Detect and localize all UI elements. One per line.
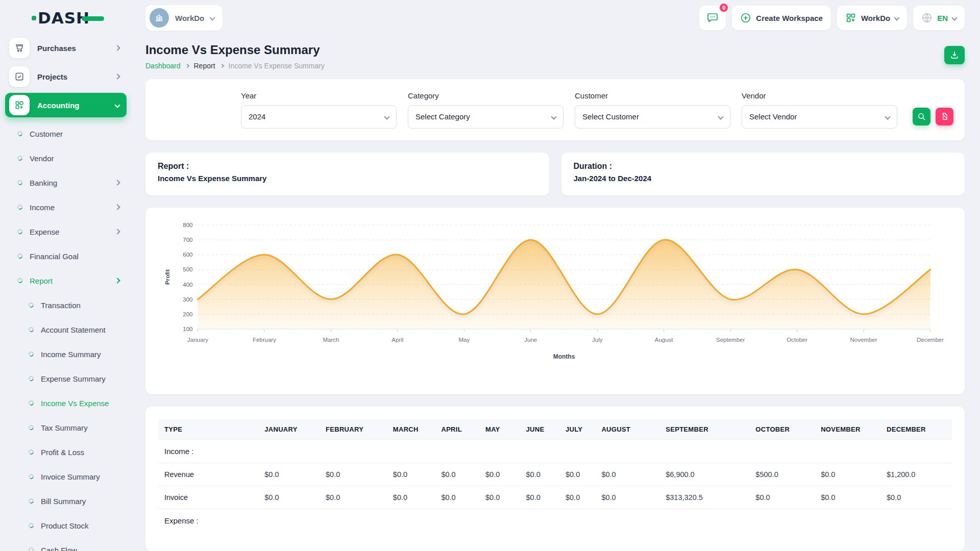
income-vs-expense-table: TYPEJANUARYFEBRUARYMARCHAPRILMAYJUNEJULY… bbox=[158, 419, 952, 532]
chart-svg: 100200300400500600700800JanuaryFebruaryM… bbox=[158, 216, 952, 375]
cell-value: $6,900.0 bbox=[659, 463, 749, 486]
cell-value: $313,320.5 bbox=[659, 486, 749, 509]
bullet-icon bbox=[16, 253, 23, 259]
chat-icon bbox=[706, 12, 719, 24]
bullet-icon bbox=[16, 228, 23, 235]
svg-text:200: 200 bbox=[183, 311, 192, 317]
duration-info-card: Duration : Jan-2024 to Dec-2024 bbox=[561, 153, 965, 195]
sidebar-item-projects[interactable]: Projects bbox=[5, 64, 127, 89]
language-selector[interactable]: EN bbox=[913, 6, 965, 30]
bullet-icon bbox=[28, 522, 34, 529]
workspace-switcher[interactable]: WorkDo bbox=[145, 5, 223, 31]
bullet-icon bbox=[28, 424, 34, 431]
download-report-button[interactable] bbox=[944, 46, 965, 64]
chevron-right-icon bbox=[185, 64, 189, 68]
sidebar-item-income-vs-expense[interactable]: Income Vs Expense bbox=[5, 391, 127, 415]
chevron-right-icon bbox=[114, 180, 120, 185]
customer-select[interactable]: Select Customer bbox=[575, 105, 730, 129]
year-select[interactable]: 2024 bbox=[241, 105, 397, 129]
sidebar-item-expense-summary[interactable]: Expense Summary bbox=[5, 366, 127, 391]
sidebar-item-tax-summary[interactable]: Tax Summary bbox=[5, 415, 127, 440]
bullet-icon bbox=[16, 277, 23, 284]
cell-value: $0.0 bbox=[520, 463, 559, 486]
clear-file-icon bbox=[941, 112, 949, 120]
breadcrumb-dashboard[interactable]: Dashboard bbox=[145, 62, 181, 70]
svg-text:June: June bbox=[524, 337, 537, 343]
reset-filter-button[interactable] bbox=[936, 108, 953, 126]
cell-value: $0.0 bbox=[320, 486, 387, 509]
sidebar-item-vendor[interactable]: Vendor bbox=[5, 146, 127, 170]
chevron-down-icon bbox=[718, 114, 723, 119]
chevron-right-icon bbox=[219, 64, 224, 68]
bullet-icon bbox=[28, 302, 34, 308]
chevron-right-icon bbox=[114, 204, 120, 210]
sidebar-item-financial-goal[interactable]: Financial Goal bbox=[5, 244, 127, 268]
customer-label: Customer bbox=[575, 91, 730, 100]
cell-value: $0.0 bbox=[258, 486, 320, 509]
sidebar-item-cash-flow[interactable]: Cash Flow bbox=[5, 538, 127, 551]
sidebar-item-bill-summary[interactable]: Bill Summary bbox=[5, 489, 127, 513]
cell-value: $0.0 bbox=[815, 463, 880, 486]
filter-card: Year 2024 Category Select Category Custo… bbox=[145, 79, 965, 140]
svg-text:May: May bbox=[458, 337, 470, 343]
sidebar-item-profit-loss[interactable]: Profit & Loss bbox=[5, 440, 127, 464]
category-select[interactable]: Select Category bbox=[408, 105, 564, 129]
cell-value: $0.0 bbox=[749, 486, 815, 509]
cell-value: $0.0 bbox=[880, 486, 952, 509]
column-october: OCTOBER bbox=[749, 419, 815, 440]
sidebar-item-income-summary[interactable]: Income Summary bbox=[5, 342, 127, 366]
sidebar-item-transaction[interactable]: Transaction bbox=[5, 293, 127, 317]
svg-text:300: 300 bbox=[183, 296, 192, 303]
sidebar-item-report[interactable]: Report bbox=[5, 268, 127, 293]
logo[interactable]: DASH bbox=[5, 0, 127, 36]
svg-text:100: 100 bbox=[183, 326, 192, 332]
column-march: MARCH bbox=[387, 419, 435, 440]
table-section-income: Income : bbox=[158, 440, 952, 463]
report-info-title: Report : bbox=[158, 162, 537, 171]
bullet-icon bbox=[28, 326, 34, 333]
column-type: TYPE bbox=[158, 419, 258, 440]
bullet-icon bbox=[28, 399, 34, 406]
bullet-icon bbox=[28, 546, 34, 551]
sidebar-item-banking[interactable]: Banking bbox=[5, 170, 127, 195]
cell-value: $0.0 bbox=[559, 463, 595, 486]
chevron-right-icon bbox=[114, 45, 120, 51]
sidebar-item-account-statement[interactable]: Account Statement bbox=[5, 317, 127, 342]
bullet-icon bbox=[16, 179, 23, 186]
messages-badge: 0 bbox=[719, 3, 729, 13]
svg-text:400: 400 bbox=[183, 282, 192, 288]
chevron-down-icon bbox=[885, 114, 890, 119]
sidebar-item-income[interactable]: Income bbox=[5, 195, 127, 219]
svg-text:November: November bbox=[850, 337, 877, 343]
profit-area-chart: 100200300400500600700800JanuaryFebruaryM… bbox=[158, 216, 952, 375]
building-icon bbox=[154, 13, 164, 23]
cell-value: $0.0 bbox=[320, 463, 387, 486]
chevron-right-icon bbox=[114, 73, 120, 79]
breadcrumb-report[interactable]: Report bbox=[194, 62, 215, 70]
column-july: JULY bbox=[559, 419, 595, 440]
sidebar-item-product-stock[interactable]: Product Stock bbox=[5, 513, 127, 538]
svg-text:January: January bbox=[187, 337, 208, 343]
bullet-icon bbox=[28, 497, 34, 504]
summary-table-card: TYPEJANUARYFEBRUARYMARCHAPRILMAYJUNEJULY… bbox=[145, 407, 965, 551]
messages-button[interactable]: 0 bbox=[699, 6, 726, 30]
cell-value: $0.0 bbox=[595, 463, 659, 486]
apply-filter-button[interactable] bbox=[913, 108, 930, 126]
y-axis-label: Profit bbox=[164, 269, 170, 285]
language-code: EN bbox=[937, 14, 948, 22]
sidebar-item-accounting[interactable]: Accounting bbox=[5, 93, 127, 117]
apps-menu-button[interactable]: WorkDo bbox=[837, 6, 907, 30]
logo-dash-bar bbox=[82, 16, 104, 21]
sidebar-item-invoice-summary[interactable]: Invoice Summary bbox=[5, 464, 127, 489]
topbar: WorkDo 0 Create Workspace bbox=[145, 0, 965, 36]
cell-value: $0.0 bbox=[479, 486, 520, 509]
vendor-select[interactable]: Select Vendor bbox=[742, 105, 897, 129]
sidebar-item-expense[interactable]: Expense bbox=[5, 219, 127, 244]
chevron-down-icon bbox=[210, 15, 215, 20]
chart-area-fill bbox=[198, 240, 930, 329]
create-workspace-button[interactable]: Create Workspace bbox=[732, 6, 831, 30]
sidebar-item-purchases[interactable]: Purchases bbox=[5, 36, 127, 60]
column-april: APRIL bbox=[435, 419, 479, 440]
chevron-down-icon bbox=[114, 102, 120, 108]
sidebar-item-customer[interactable]: Customer bbox=[5, 121, 127, 146]
